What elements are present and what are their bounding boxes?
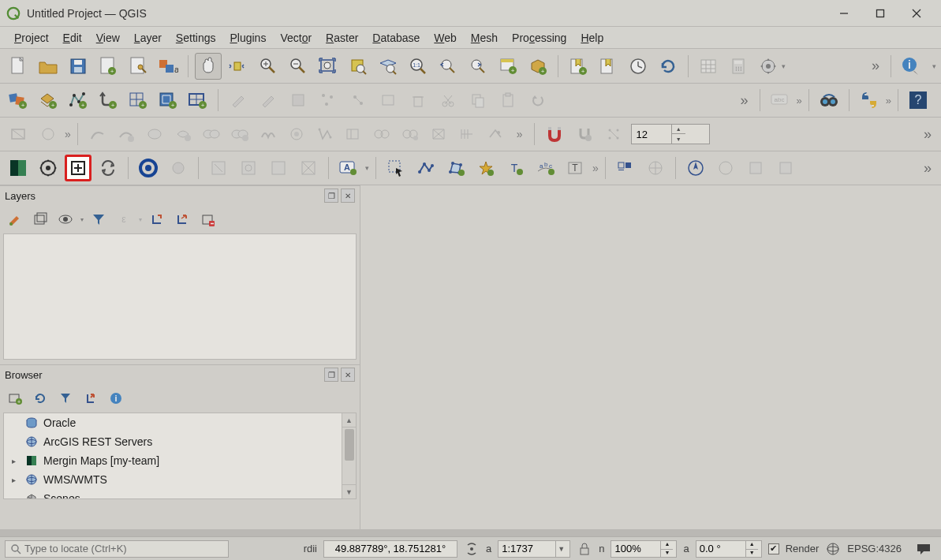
zoom-to-layer-button[interactable] bbox=[375, 53, 401, 80]
mag-value[interactable] bbox=[614, 543, 660, 554]
layers-add-group-button[interactable] bbox=[30, 209, 50, 230]
menu-database[interactable]: Database bbox=[366, 30, 426, 46]
window-maximize-button[interactable] bbox=[862, 2, 898, 25]
scale-input[interactable]: ▼ bbox=[498, 540, 570, 558]
locator-input[interactable] bbox=[5, 540, 229, 558]
layers-tree[interactable] bbox=[3, 233, 357, 360]
text-tool-small-button[interactable]: T bbox=[502, 155, 529, 181]
browser-tree[interactable]: OracleArcGIS REST Servers▸Mergin Maps [m… bbox=[3, 413, 357, 499]
menu-raster[interactable]: Raster bbox=[319, 30, 364, 46]
locator-field[interactable] bbox=[24, 543, 223, 554]
create-mergin-project-button[interactable] bbox=[65, 155, 91, 181]
scale-value[interactable] bbox=[502, 543, 555, 554]
style-manager-button[interactable]: a bbox=[155, 53, 181, 80]
decoration-compass-button[interactable] bbox=[642, 155, 669, 181]
coord-value[interactable] bbox=[327, 543, 454, 554]
text-along-line-button[interactable]: abc bbox=[532, 155, 559, 181]
refresh-button[interactable] bbox=[655, 53, 681, 80]
browser-item-arcgis[interactable]: ArcGIS REST Servers bbox=[4, 432, 356, 451]
toolbar3-overflow-3[interactable]: » bbox=[919, 126, 936, 143]
browser-collapse-button[interactable] bbox=[80, 388, 101, 409]
toolbar3-overflow-1[interactable]: » bbox=[65, 128, 71, 140]
identify-features-button[interactable]: i bbox=[898, 53, 924, 80]
layout-manager-button[interactable] bbox=[125, 53, 151, 80]
zoom-in-button[interactable] bbox=[255, 53, 282, 80]
browser-scrollbar[interactable]: ▲ ▼ bbox=[342, 413, 356, 498]
scroll-thumb[interactable] bbox=[345, 429, 354, 461]
scroll-up[interactable]: ▲ bbox=[342, 413, 356, 427]
menu-plugins[interactable]: Plugins bbox=[223, 30, 272, 46]
window-minimize-button[interactable] bbox=[826, 2, 862, 25]
new-print-layout-button[interactable]: + bbox=[95, 53, 121, 80]
magnifier-input[interactable]: ▲▼ bbox=[611, 540, 677, 558]
browser-item-wms[interactable]: ▸WMS/WMTS bbox=[4, 470, 356, 489]
rot-value[interactable] bbox=[700, 543, 745, 554]
menu-edit[interactable]: Edit bbox=[57, 30, 88, 46]
zoom-full-button[interactable] bbox=[315, 53, 342, 80]
menu-layer[interactable]: Layer bbox=[128, 30, 168, 46]
field-calculator-button[interactable]: ⁝⁝⁝ bbox=[725, 53, 752, 80]
menu-settings[interactable]: Settings bbox=[170, 30, 222, 46]
toggle-extents-icon[interactable] bbox=[464, 541, 480, 557]
browser-float-button[interactable]: ❐ bbox=[324, 368, 338, 382]
toolbox-button[interactable] bbox=[755, 53, 782, 80]
labels-abc-button[interactable]: abc bbox=[767, 87, 794, 114]
render-checkbox[interactable]: ✔ bbox=[768, 543, 779, 554]
zoom-native-button[interactable]: 1:1 bbox=[405, 53, 431, 80]
help-button[interactable]: ? bbox=[905, 87, 932, 114]
layers-style-button[interactable] bbox=[5, 209, 25, 230]
snapping-vertex-button[interactable] bbox=[601, 121, 628, 147]
save-project-button[interactable] bbox=[65, 53, 91, 80]
text-annotation-dropdown[interactable]: A bbox=[335, 155, 362, 181]
pan-to-selection-button[interactable] bbox=[225, 53, 252, 80]
menu-web[interactable]: Web bbox=[428, 30, 463, 46]
toolbar2-overflow-2[interactable]: » bbox=[797, 95, 802, 106]
crs-label[interactable]: EPSG:4326 bbox=[847, 543, 902, 554]
pan-button[interactable] bbox=[195, 53, 222, 80]
new-map-view-button[interactable]: + bbox=[495, 53, 521, 80]
menu-help[interactable]: Help bbox=[574, 30, 610, 46]
azure-ad-button[interactable] bbox=[135, 155, 162, 181]
scale-dropdown[interactable]: ▼ bbox=[555, 541, 566, 557]
decoration-scalebar-button[interactable] bbox=[712, 155, 739, 181]
browser-item-scenes[interactable]: Scenes bbox=[4, 489, 356, 499]
menu-processing[interactable]: Processing bbox=[506, 30, 573, 46]
decoration-northarrow-button[interactable] bbox=[682, 155, 709, 181]
decoration-grid-button[interactable] bbox=[612, 155, 639, 181]
attribute-table-button[interactable] bbox=[695, 53, 722, 80]
browser-properties-button[interactable]: i bbox=[106, 388, 126, 409]
zoom-last-button[interactable] bbox=[435, 53, 461, 80]
toolbar4-overflow-2[interactable]: » bbox=[919, 160, 936, 177]
scroll-down[interactable]: ▼ bbox=[342, 484, 356, 498]
spin-up[interactable]: ▲ bbox=[671, 125, 685, 134]
coordinate-input[interactable] bbox=[323, 540, 457, 558]
python-console-button[interactable] bbox=[856, 87, 883, 114]
layers-collapse-button[interactable] bbox=[172, 209, 192, 230]
new-memory-layer-button[interactable]: + bbox=[95, 87, 121, 114]
menu-view[interactable]: View bbox=[90, 30, 126, 46]
crs-icon[interactable] bbox=[825, 541, 841, 557]
toolbar2-overflow-3[interactable]: » bbox=[886, 95, 891, 106]
new-project-button[interactable] bbox=[5, 53, 32, 80]
polyline-tool-button[interactable] bbox=[413, 155, 439, 181]
text-box-button[interactable]: T bbox=[562, 155, 589, 181]
expand-caret-icon[interactable]: ▸ bbox=[12, 476, 20, 484]
new-virtual-layer-button[interactable]: + bbox=[185, 87, 211, 114]
layers-close-button[interactable]: ✕ bbox=[341, 189, 355, 203]
new-vector-layer-button[interactable]: + bbox=[65, 87, 91, 114]
toolbar1-overflow[interactable]: » bbox=[867, 58, 884, 74]
new-gps-layer-button[interactable]: + bbox=[155, 87, 181, 114]
messages-icon[interactable] bbox=[916, 541, 932, 557]
browser-item-oracle[interactable]: Oracle bbox=[4, 413, 356, 432]
processing-gear-button[interactable] bbox=[165, 155, 192, 181]
rotation-input[interactable]: ▲▼ bbox=[696, 540, 762, 558]
layers-float-button[interactable]: ❐ bbox=[324, 189, 338, 203]
toolbar4-overflow-1[interactable]: » bbox=[592, 162, 599, 174]
select-features-button[interactable] bbox=[383, 155, 409, 181]
sync-button[interactable] bbox=[95, 155, 121, 181]
toolbar2-overflow[interactable]: » bbox=[736, 92, 753, 109]
expand-caret-icon[interactable]: ▸ bbox=[12, 457, 20, 465]
toolbar3-overflow-2[interactable]: » bbox=[517, 128, 523, 140]
new-bookmark-button[interactable]: + bbox=[565, 53, 592, 80]
favorite-tool-button[interactable] bbox=[472, 155, 499, 181]
